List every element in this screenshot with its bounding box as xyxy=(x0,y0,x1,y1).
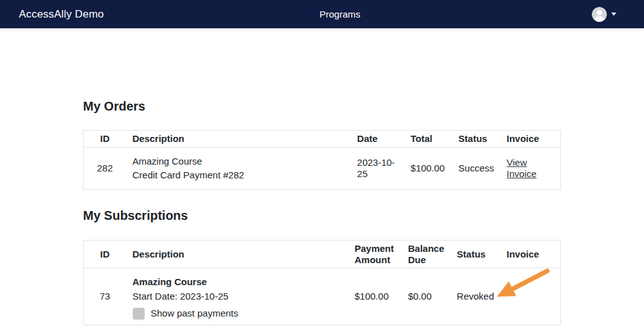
col-header-total: Total xyxy=(404,131,452,148)
order-invoice-cell: View Invoice xyxy=(501,147,561,189)
col-header-date: Date xyxy=(351,131,404,148)
show-past-payments-label: Show past payments xyxy=(151,308,238,319)
subscription-start-date: Start Date: 2023-10-25 xyxy=(133,291,342,302)
order-description-cell: Amazing Course Credit Card Payment #282 xyxy=(126,147,351,189)
site-title[interactable]: AccessAlly Demo xyxy=(19,8,104,21)
col-header-description: Description xyxy=(126,241,348,268)
user-menu-button[interactable] xyxy=(592,7,616,22)
order-date-cell: 2023-10-25 xyxy=(351,147,404,189)
order-course-name: Amazing Course xyxy=(133,156,345,167)
subscription-course-name: Amazing Course xyxy=(133,276,342,288)
view-invoice-link[interactable]: View Invoice xyxy=(507,157,537,179)
order-payment-ref: Credit Card Payment #282 xyxy=(133,170,345,181)
subscription-description-cell: Amazing Course Start Date: 2023-10-25 Sh… xyxy=(126,268,348,325)
order-row: 282 Amazing Course Credit Card Payment #… xyxy=(84,147,561,189)
subscriptions-table-wrap: ID Description Payment Amount Balance Du… xyxy=(83,240,561,325)
subscriptions-heading: My Subscriptions xyxy=(83,209,561,223)
page-content: My Orders ID Description Date Total Stat… xyxy=(83,28,561,325)
nav-programs[interactable]: Programs xyxy=(319,0,360,28)
col-header-invoice: Invoice xyxy=(501,241,561,268)
col-header-balance-due: Balance Due xyxy=(402,241,451,268)
col-header-invoice: Invoice xyxy=(501,131,561,148)
subscription-invoice-cell xyxy=(501,268,561,325)
order-id-cell: 282 xyxy=(84,147,126,189)
top-navbar: AccessAlly Demo Programs xyxy=(0,0,644,28)
subscriptions-table: ID Description Payment Amount Balance Du… xyxy=(83,240,561,325)
order-total-cell: $100.00 xyxy=(404,147,452,189)
col-header-description: Description xyxy=(126,131,351,148)
caret-down-icon xyxy=(611,13,616,16)
col-header-id: ID xyxy=(84,131,126,148)
subscription-id-cell: 73 xyxy=(84,268,126,325)
subscription-status-cell: Revoked xyxy=(450,268,500,325)
order-status-cell: Success xyxy=(452,147,501,189)
show-past-payments-toggle[interactable]: Show past payments xyxy=(133,308,342,320)
col-header-status: Status xyxy=(450,241,500,268)
subscription-row: 73 Amazing Course Start Date: 2023-10-25… xyxy=(84,268,561,325)
col-header-id: ID xyxy=(84,241,126,268)
subscriptions-header-row: ID Description Payment Amount Balance Du… xyxy=(84,241,561,268)
col-header-payment-amount: Payment Amount xyxy=(348,241,402,268)
col-header-status: Status xyxy=(452,131,501,148)
orders-table: ID Description Date Total Status Invoice… xyxy=(83,130,561,190)
subscription-payment-amount-cell: $100.00 xyxy=(348,268,402,325)
show-past-payments-checkbox[interactable] xyxy=(133,308,145,320)
user-avatar-icon xyxy=(592,7,607,22)
subscription-balance-due-cell: $0.00 xyxy=(402,268,451,325)
orders-heading: My Orders xyxy=(83,28,561,114)
orders-header-row: ID Description Date Total Status Invoice xyxy=(84,131,561,148)
